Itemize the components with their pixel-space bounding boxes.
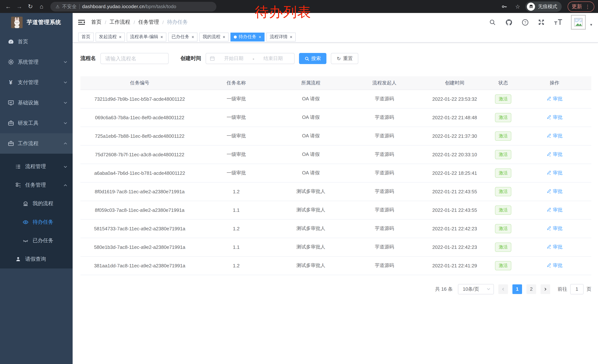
goto-page-input[interactable] (570, 284, 583, 294)
address-bar[interactable]: ⚠ 不安全 dashboard.yudao.iocoder.cn/bpm/tas… (50, 2, 216, 11)
tab-label: 首页 (82, 34, 91, 40)
github-icon[interactable] (505, 18, 512, 26)
reload-icon[interactable]: ↻ (26, 2, 35, 11)
task-time: 2022-01-22 21:48:48 (421, 108, 489, 127)
incognito-badge: 无痕模式 (525, 1, 562, 12)
approve-link[interactable]: 审批 (547, 244, 562, 250)
task-name: 一级审批 (199, 145, 274, 164)
eye-closed-icon (22, 237, 29, 244)
approve-link[interactable]: 审批 (547, 151, 562, 158)
tree-icon (15, 182, 22, 188)
font-size-icon[interactable] (554, 19, 563, 25)
reset-button[interactable]: ↻ 重置 (331, 53, 358, 64)
close-icon[interactable]: × (119, 35, 122, 39)
tab-process-form-edit[interactable]: 流程表单-编辑 × (127, 32, 166, 41)
search-label: 搜索 (311, 55, 321, 62)
close-icon[interactable]: × (191, 35, 194, 39)
task-starter: 芋道源码 (348, 145, 421, 164)
monitor-icon (8, 99, 14, 106)
sidebar-item-payment[interactable]: ¥ 支付管理 (0, 72, 73, 93)
avatar[interactable] (571, 15, 586, 30)
browser-update-button[interactable]: 更新 ⋮ (568, 1, 594, 12)
task-starter: 芋道源码 (348, 164, 421, 182)
tab-label: 发起流程 (99, 34, 117, 40)
next-page-button[interactable] (540, 284, 550, 294)
close-icon[interactable]: × (223, 35, 225, 39)
task-name: 一级审批 (199, 127, 274, 145)
tab-process-detail[interactable]: 流程详情 × (266, 32, 296, 41)
password-key-icon[interactable] (501, 4, 507, 9)
forward-icon[interactable]: → (15, 2, 24, 11)
breadcrumb-item[interactable]: 工作流程 (109, 19, 130, 25)
breadcrumb-item[interactable]: 首页 (91, 19, 101, 25)
fullscreen-icon[interactable] (538, 18, 545, 26)
sidebar-item-devtools[interactable]: 研发工具 (0, 113, 73, 133)
task-process: 测试多审批人 (274, 256, 348, 275)
approve-label: 审批 (553, 114, 562, 121)
task-name: 1.2 (199, 219, 274, 238)
approve-label: 审批 (553, 225, 562, 232)
tab-label: 我的流程 (203, 34, 220, 40)
back-icon[interactable]: ← (4, 2, 13, 11)
search-icon[interactable] (489, 18, 496, 26)
date-range-picker[interactable]: 开始日期 - 结束日期 (206, 53, 295, 64)
sidebar-item-system[interactable]: 系统管理 (0, 52, 73, 72)
task-process: 测试多审批人 (274, 201, 348, 219)
tab-start-process[interactable]: 发起流程 × (96, 32, 125, 41)
sidebar-item-my-process[interactable]: 我的流程 (0, 194, 73, 213)
chevron-up-icon (63, 183, 67, 187)
tab-my-process[interactable]: 我的流程 × (199, 32, 229, 41)
approve-link[interactable]: 审批 (547, 188, 562, 195)
close-icon[interactable]: × (290, 35, 292, 39)
avatar-caret-icon[interactable]: ▼ (590, 23, 593, 27)
approve-link[interactable]: 审批 (547, 207, 562, 213)
sidebar-submenu: 流程管理 任务管理 (0, 154, 73, 268)
app-logo-row[interactable]: 芋道管理系统 (0, 13, 73, 32)
help-icon[interactable]: ? (521, 18, 529, 26)
approve-link[interactable]: 审批 (547, 225, 562, 232)
approve-link[interactable]: 审批 (547, 133, 562, 139)
prev-page-button[interactable] (498, 284, 508, 294)
task-id: 8f0d1619-7ac8-11ec-a9e2-a2380e71991a (80, 182, 199, 201)
sidebar-collapse-icon[interactable] (78, 18, 85, 26)
process-name-input[interactable] (100, 53, 169, 64)
tab-todo-tasks[interactable]: 待办任务 × (231, 32, 265, 41)
col-task-id: 任务编号 (80, 76, 199, 90)
sidebar-item-task-mgmt[interactable]: 任务管理 (0, 176, 73, 194)
edit-pencil-icon (547, 189, 551, 194)
breadcrumb-item[interactable]: 任务管理 (138, 19, 159, 25)
close-icon[interactable]: × (160, 35, 163, 39)
edit-pencil-icon (547, 226, 551, 231)
task-id: 580e1b3d-7ac8-11ec-a9e2-a2380e71991a (80, 238, 199, 256)
sidebar-item-leave-query[interactable]: 请假查询 (0, 250, 73, 268)
tab-home[interactable]: 首页 (78, 32, 94, 41)
approve-link[interactable]: 审批 (547, 262, 562, 269)
process-name-label: 流程名 (80, 55, 96, 62)
sidebar-item-infra[interactable]: 基础设施 (0, 93, 73, 113)
table-row: 75d72608-7b7f-11ec-a3c8-acde48001122 一级审… (80, 145, 591, 164)
sidebar-item-workflow[interactable]: 工作流程 (0, 133, 73, 154)
approve-label: 审批 (553, 188, 562, 195)
sidebar-item-process-mgmt[interactable]: 流程管理 (0, 157, 73, 176)
approve-label: 审批 (553, 133, 562, 139)
close-icon[interactable]: × (259, 35, 261, 39)
home-icon[interactable]: ⌂ (37, 2, 46, 11)
task-process: OA 请假 (274, 90, 348, 108)
search-button[interactable]: 搜索 (299, 53, 326, 64)
browser-menu-icon[interactable]: ⋮ (585, 4, 590, 9)
approve-link[interactable]: 审批 (547, 170, 562, 176)
sidebar-item-done-tasks[interactable]: 已办任务 (0, 231, 73, 250)
edit-pencil-icon (547, 115, 551, 120)
col-status: 状态 (489, 76, 518, 90)
bookmark-star-icon[interactable]: ☆ (515, 3, 520, 10)
briefcase-icon (8, 140, 14, 147)
approve-link[interactable]: 审批 (547, 96, 562, 102)
page-size-select[interactable]: 10条/页 (458, 284, 494, 294)
tab-done-tasks[interactable]: 已办任务 × (168, 32, 198, 41)
task-name: 1.1 (199, 201, 274, 219)
approve-link[interactable]: 审批 (547, 114, 562, 121)
page-button-1[interactable]: 1 (512, 284, 522, 294)
sidebar-item-todo-tasks[interactable]: 待办任务 (0, 213, 73, 231)
sidebar-item-home[interactable]: 首页 (0, 32, 73, 52)
page-button-2[interactable]: 2 (526, 284, 536, 294)
